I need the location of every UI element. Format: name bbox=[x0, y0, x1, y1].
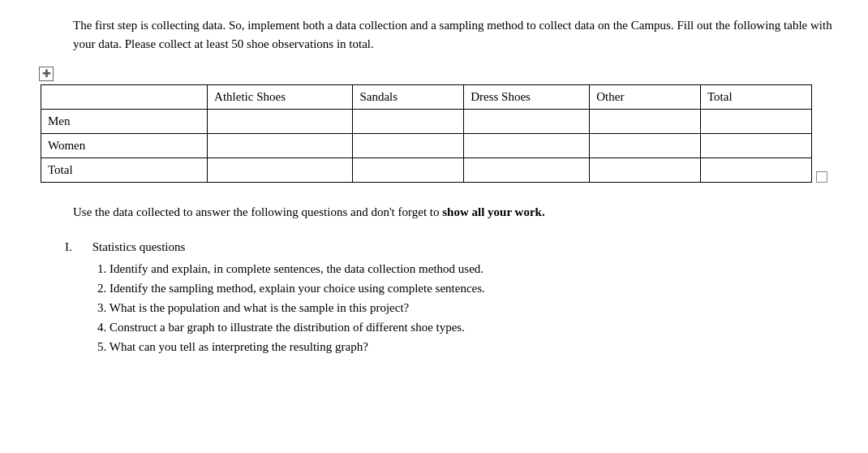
main-questions-list: I. Statistics questions Identify and exp… bbox=[49, 238, 844, 357]
shoe-data-table: Athletic Shoes Sandals Dress Shoes Other… bbox=[41, 84, 812, 183]
table-row: Men bbox=[41, 109, 812, 133]
table-row: Women bbox=[41, 133, 812, 157]
table-row: Total bbox=[41, 157, 812, 182]
cell-women-sandals[interactable] bbox=[353, 133, 464, 157]
cell-men-total[interactable] bbox=[701, 109, 812, 133]
cell-women-dress[interactable] bbox=[464, 133, 590, 157]
table-header-row: Athletic Shoes Sandals Dress Shoes Other… bbox=[41, 84, 812, 109]
row-label-men: Men bbox=[41, 109, 208, 133]
cell-total-total[interactable] bbox=[701, 157, 812, 182]
header-dress-shoes: Dress Shoes bbox=[464, 84, 590, 109]
cell-women-athletic[interactable] bbox=[208, 133, 353, 157]
move-icon[interactable]: ✚ bbox=[39, 67, 54, 81]
sub-questions-list: Identify and explain, in complete senten… bbox=[65, 259, 844, 356]
header-athletic-shoes: Athletic Shoes bbox=[208, 84, 353, 109]
list-item: Identify the sampling method, explain yo… bbox=[97, 278, 844, 298]
question-5: What can you tell as interpreting the re… bbox=[110, 340, 368, 353]
move-handle-container[interactable]: ✚ bbox=[24, 66, 844, 81]
roman-numeral: I. bbox=[65, 238, 89, 257]
cell-men-other[interactable] bbox=[590, 109, 701, 133]
list-item: What is the population and what is the s… bbox=[97, 298, 844, 317]
cell-women-other[interactable] bbox=[590, 133, 701, 157]
header-other: Other bbox=[590, 84, 701, 109]
row-label-total: Total bbox=[41, 157, 208, 182]
section-item: I. Statistics questions Identify and exp… bbox=[65, 238, 844, 357]
data-table-container: Athletic Shoes Sandals Dress Shoes Other… bbox=[41, 84, 844, 186]
list-item: Identify and explain, in complete senten… bbox=[97, 259, 844, 278]
question-3: What is the population and what is the s… bbox=[110, 301, 410, 314]
cell-women-total[interactable] bbox=[701, 133, 812, 157]
question-1: Identify and explain, in complete senten… bbox=[110, 262, 483, 275]
cell-men-sandals[interactable] bbox=[353, 109, 464, 133]
question-4: Construct a bar graph to illustrate the … bbox=[110, 321, 465, 334]
cell-men-dress[interactable] bbox=[464, 109, 590, 133]
cell-total-sandals[interactable] bbox=[353, 157, 464, 182]
cell-total-athletic[interactable] bbox=[208, 157, 353, 182]
intro-text: The first step is collecting data. So, i… bbox=[73, 19, 832, 50]
list-item: Construct a bar graph to illustrate the … bbox=[97, 317, 844, 337]
use-data-plain-text: Use the data collected to answer the fol… bbox=[73, 205, 442, 218]
header-total: Total bbox=[701, 84, 812, 109]
use-data-bold-text: show all your work. bbox=[442, 205, 544, 218]
header-empty bbox=[41, 84, 208, 109]
cell-total-dress[interactable] bbox=[464, 157, 590, 182]
section-title: Statistics questions bbox=[92, 240, 186, 253]
use-data-paragraph: Use the data collected to answer the fol… bbox=[24, 202, 844, 222]
table-wrapper: Athletic Shoes Sandals Dress Shoes Other… bbox=[41, 84, 827, 183]
resize-handle[interactable] bbox=[816, 171, 827, 183]
questions-section: I. Statistics questions Identify and exp… bbox=[24, 238, 844, 357]
cell-total-other[interactable] bbox=[590, 157, 701, 182]
header-sandals: Sandals bbox=[353, 84, 464, 109]
cell-men-athletic[interactable] bbox=[208, 109, 353, 133]
list-item: What can you tell as interpreting the re… bbox=[97, 337, 844, 356]
question-2: Identify the sampling method, explain yo… bbox=[110, 282, 485, 295]
row-label-women: Women bbox=[41, 133, 208, 157]
intro-paragraph: The first step is collecting data. So, i… bbox=[24, 16, 844, 53]
